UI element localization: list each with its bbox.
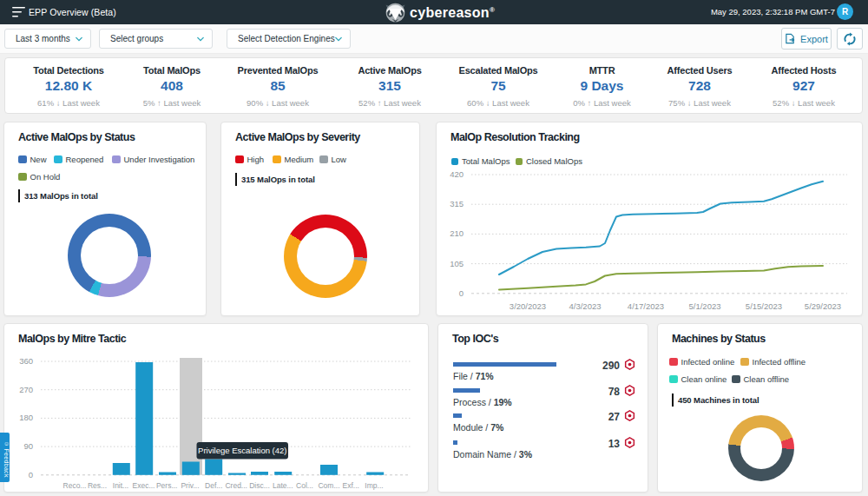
- svg-text:4/17/2023: 4/17/2023: [628, 301, 664, 311]
- svg-text:0: 0: [459, 288, 464, 298]
- svg-text:3/20/2023: 3/20/2023: [510, 301, 546, 311]
- svg-text:Disc...: Disc...: [249, 481, 270, 490]
- svg-text:Privilege Escalation (42): Privilege Escalation (42): [198, 446, 286, 455]
- svg-text:5/1/2023: 5/1/2023: [689, 301, 721, 311]
- svg-text:210: 210: [450, 228, 464, 238]
- svg-text:Com...: Com...: [318, 481, 339, 490]
- svg-text:Def...: Def...: [205, 481, 222, 490]
- svg-text:Col...: Col...: [296, 481, 313, 490]
- svg-text:270: 270: [19, 385, 33, 394]
- svg-text:Exec...: Exec...: [133, 481, 155, 490]
- svg-text:90: 90: [23, 441, 33, 451]
- svg-text:0: 0: [29, 470, 33, 479]
- svg-text:Imp...: Imp...: [365, 481, 383, 490]
- svg-text:Res...: Res...: [88, 481, 107, 490]
- svg-text:Late...: Late...: [273, 481, 293, 490]
- svg-text:Priv...: Priv...: [181, 481, 199, 490]
- svg-text:420: 420: [450, 169, 464, 179]
- svg-text:315: 315: [450, 199, 464, 208]
- svg-text:Pers...: Pers...: [156, 481, 178, 490]
- svg-text:180: 180: [19, 413, 33, 422]
- svg-text:5/29/2023: 5/29/2023: [805, 301, 841, 311]
- svg-text:Init...: Init...: [113, 481, 128, 490]
- svg-text:Reco...: Reco...: [63, 481, 87, 490]
- svg-text:Cred...: Cred...: [225, 481, 247, 490]
- svg-text:5/15/2023: 5/15/2023: [746, 301, 782, 311]
- svg-text:Exf...: Exf...: [343, 481, 359, 490]
- svg-text:105: 105: [450, 259, 464, 268]
- svg-text:360: 360: [19, 356, 33, 366]
- svg-text:4/3/2023: 4/3/2023: [569, 301, 602, 311]
